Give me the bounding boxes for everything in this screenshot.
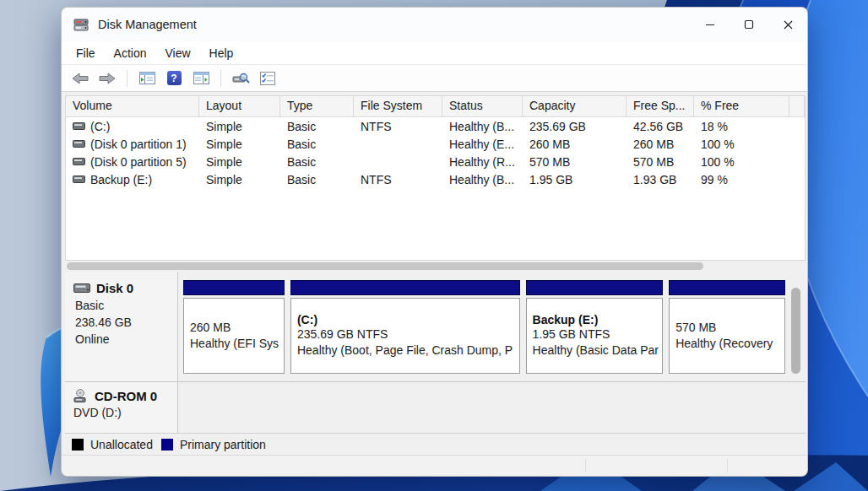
- partition-status: Healthy (Recovery: [675, 336, 784, 352]
- legend-label: Primary partition: [180, 438, 266, 451]
- cell-file-system: NTFS: [354, 173, 442, 186]
- menu-help[interactable]: Help: [200, 44, 243, 62]
- show-console-tree-button[interactable]: [135, 67, 159, 89]
- column-header-free-space[interactable]: Free Sp...: [627, 96, 694, 116]
- cell-free-space: 260 MB: [627, 138, 694, 151]
- column-header-pct-free[interactable]: % Free: [694, 96, 789, 116]
- column-header-type[interactable]: Type: [280, 96, 354, 116]
- scrollbar-thumb[interactable]: [67, 262, 703, 270]
- action-pane-icon: [193, 72, 209, 84]
- menu-file[interactable]: File: [67, 44, 105, 62]
- volume-icon: [73, 175, 85, 183]
- partition-status: Healthy (EFI Sys: [190, 336, 284, 352]
- legend-bar: Unallocated Primary partition: [65, 433, 806, 455]
- disk0-status: Online: [73, 332, 177, 346]
- legend-item-unallocated: Unallocated: [72, 438, 153, 451]
- maximize-button[interactable]: [730, 8, 768, 41]
- partition-backup-e[interactable]: Backup (E:) 1.95 GB NTFS Healthy (Basic …: [526, 280, 664, 374]
- back-arrow-icon: [72, 73, 89, 84]
- rescan-disks-button[interactable]: [229, 67, 252, 89]
- volume-icon: [73, 158, 85, 165]
- column-header-volume[interactable]: Volume: [66, 96, 199, 116]
- cell-layout: Simple: [199, 173, 280, 186]
- volume-row[interactable]: (C:) Simple Basic NTFS Healthy (B... 235…: [66, 117, 805, 135]
- partition-size: 1.95 GB NTFS: [533, 326, 663, 343]
- cell-status: Healthy (B...: [442, 173, 523, 186]
- partition-c[interactable]: (C:) 235.69 GB NTFS Healthy (Boot, Page …: [290, 280, 520, 374]
- column-header-status[interactable]: Status: [442, 96, 523, 116]
- back-button[interactable]: [68, 67, 92, 89]
- cell-capacity: 1.95 GB: [523, 173, 627, 186]
- column-header-layout[interactable]: Layout: [199, 96, 280, 116]
- cell-free-space: 570 MB: [627, 155, 694, 169]
- legend-label: Unallocated: [90, 438, 153, 451]
- show-action-pane-button[interactable]: [189, 67, 213, 89]
- status-bar: [62, 455, 807, 476]
- cell-pct-free: 100 %: [694, 138, 789, 151]
- disk-management-window: Disk Management File Action View Help: [61, 7, 808, 477]
- cdrom-icon: [73, 389, 89, 403]
- properties-button[interactable]: [256, 67, 279, 89]
- partition-status: Healthy (Basic Data Par: [533, 343, 663, 359]
- volume-list: Volume Layout Type File System Status Ca…: [65, 95, 806, 261]
- rescan-disks-icon: [232, 72, 250, 85]
- disk0-type: Basic: [73, 299, 177, 312]
- toolbar-separator: [127, 70, 127, 87]
- disk-icon: [73, 283, 90, 293]
- volume-icon: [73, 122, 85, 130]
- minimize-button[interactable]: [691, 8, 730, 41]
- column-header-filler: [789, 96, 805, 116]
- menu-bar: File Action View Help: [62, 41, 807, 65]
- cell-capacity: 260 MB: [523, 138, 627, 151]
- partition-color-bar: [526, 280, 664, 295]
- cdrom-label[interactable]: CD-ROM 0 DVD (D:): [65, 382, 178, 433]
- cell-type: Basic: [280, 155, 354, 169]
- cell-capacity: 570 MB: [523, 155, 627, 169]
- partition-title: (C:): [297, 313, 519, 326]
- disk0-name: Disk 0: [96, 281, 133, 295]
- help-icon: ?: [167, 71, 182, 85]
- cell-pct-free: 100 %: [694, 155, 789, 169]
- forward-button[interactable]: [95, 67, 119, 89]
- partition-strip: 260 MB Healthy (EFI Sys (C:) 235.69 GB N…: [183, 280, 785, 374]
- list-horizontal-scrollbar[interactable]: [65, 262, 806, 272]
- cdrom-media: DVD (D:): [73, 406, 177, 419]
- forward-arrow-icon: [99, 73, 116, 84]
- disk0-row: Disk 0 Basic 238.46 GB Online 260 MB Hea…: [65, 272, 806, 382]
- cell-pct-free: 18 %: [694, 120, 789, 133]
- title-bar[interactable]: Disk Management: [62, 8, 807, 41]
- disk0-label[interactable]: Disk 0 Basic 238.46 GB Online: [65, 272, 178, 381]
- statusbar-divider: [727, 459, 728, 472]
- window-controls: [691, 8, 807, 41]
- column-header-capacity[interactable]: Capacity: [523, 96, 627, 116]
- cdrom-name: CD-ROM 0: [95, 389, 157, 403]
- partition-efi[interactable]: 260 MB Healthy (EFI Sys: [183, 280, 285, 374]
- primary-partition-swatch: [161, 439, 173, 451]
- partition-recovery[interactable]: 570 MB Healthy (Recovery: [669, 280, 785, 374]
- cell-layout: Simple: [199, 155, 280, 169]
- volume-name: Backup (E:): [90, 173, 152, 186]
- disk-management-app-icon: [73, 17, 90, 32]
- statusbar-divider: [585, 459, 586, 472]
- toolbar-separator: [220, 70, 221, 87]
- scrollbar-thumb[interactable]: [791, 288, 800, 374]
- column-header-file-system[interactable]: File System: [354, 96, 442, 116]
- partition-color-bar: [183, 280, 285, 295]
- cell-layout: Simple: [199, 120, 280, 133]
- cell-file-system: NTFS: [354, 120, 442, 133]
- menu-view[interactable]: View: [155, 44, 199, 62]
- cell-status: Healthy (E...: [442, 138, 523, 151]
- cell-type: Basic: [280, 173, 354, 186]
- cell-free-space: 42.56 GB: [627, 120, 694, 133]
- cdrom-row: CD-ROM 0 DVD (D:): [65, 382, 806, 433]
- volume-row[interactable]: (Disk 0 partition 5) Simple Basic Health…: [66, 153, 805, 170]
- close-button[interactable]: [768, 8, 807, 41]
- partition-color-bar: [669, 280, 785, 295]
- partition-title: Backup (E:): [533, 313, 663, 326]
- graphic-vertical-scrollbar[interactable]: [790, 276, 802, 380]
- cell-status: Healthy (R...: [442, 155, 523, 169]
- menu-action[interactable]: Action: [105, 44, 156, 62]
- help-button[interactable]: ?: [162, 67, 186, 89]
- volume-row[interactable]: Backup (E:) Simple Basic NTFS Healthy (B…: [66, 170, 805, 188]
- volume-row[interactable]: (Disk 0 partition 1) Simple Basic Health…: [66, 135, 805, 153]
